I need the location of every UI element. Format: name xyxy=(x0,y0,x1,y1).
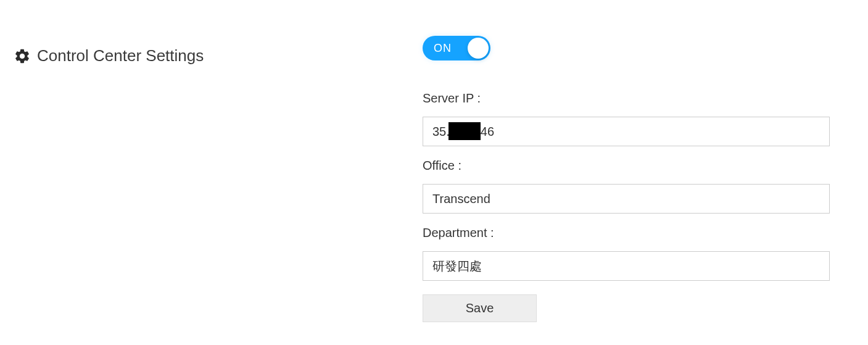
gear-icon xyxy=(14,48,31,65)
department-input[interactable] xyxy=(423,251,830,281)
department-label: Department : xyxy=(423,226,830,240)
toggle-state-label: ON xyxy=(434,42,452,55)
page-title: Control Center Settings xyxy=(37,46,204,65)
settings-header: Control Center Settings xyxy=(14,46,204,65)
server-ip-label: Server IP : xyxy=(423,91,830,106)
department-group: Department : xyxy=(423,226,830,281)
office-label: Office : xyxy=(423,159,830,173)
toggle-knob xyxy=(468,38,489,59)
server-ip-group: Server IP : xyxy=(423,91,830,146)
office-input[interactable] xyxy=(423,184,830,214)
server-ip-input[interactable] xyxy=(423,117,830,146)
enable-toggle[interactable]: ON xyxy=(423,36,490,60)
save-button[interactable]: Save xyxy=(423,294,537,322)
office-group: Office : xyxy=(423,159,830,214)
settings-form: ON Server IP : Office : Department : Sav… xyxy=(423,36,830,322)
